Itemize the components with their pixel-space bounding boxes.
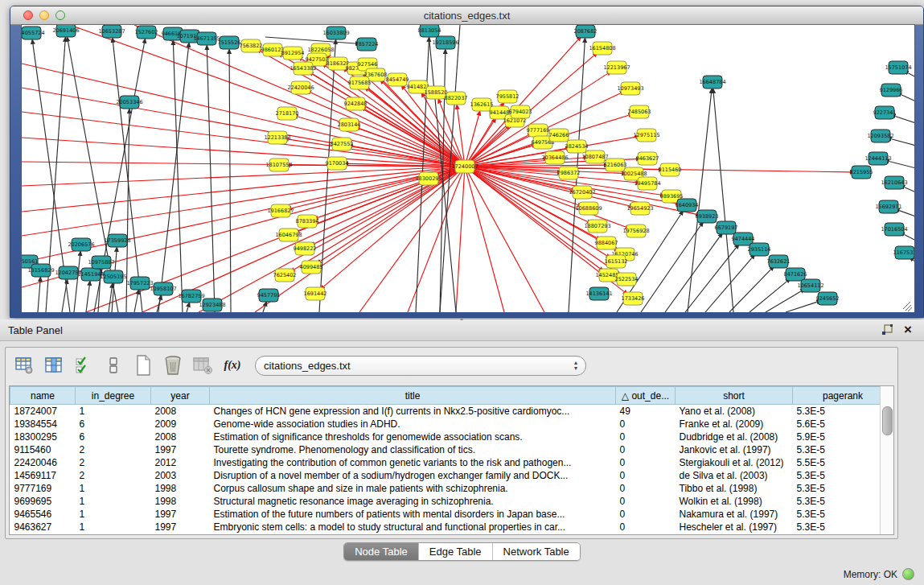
graph-node[interactable]: 16543382 (290, 62, 316, 75)
graph-node[interactable]: 1167533 (893, 246, 914, 259)
graph-node[interactable]: 1640934 (676, 199, 699, 212)
graph-node[interactable]: 9498222 (294, 242, 317, 255)
stacked-rows-button[interactable] (103, 355, 124, 376)
graph-edge[interactable] (905, 187, 914, 192)
graph-node[interactable]: 9463627 (636, 152, 659, 165)
graph-edge[interactable] (465, 167, 626, 227)
graph-edge[interactable] (134, 295, 138, 312)
graph-node[interactable]: 14671355 (193, 32, 220, 45)
close-window-button[interactable] (23, 10, 33, 20)
graph-node[interactable]: 15692971 (875, 200, 901, 213)
graph-node[interactable]: 7563822 (240, 39, 263, 52)
select-rows-button[interactable] (73, 355, 94, 376)
graph-edge[interactable] (465, 167, 504, 312)
graph-node[interactable]: 15751074 (885, 61, 911, 74)
graph-node[interactable]: 7986372 (557, 167, 581, 179)
graph-node[interactable]: 3824534 (565, 140, 589, 153)
graph-node[interactable]: 12093582 (867, 130, 893, 142)
graph-node[interactable]: 7625402 (273, 269, 297, 282)
graph-node[interactable]: 12444113 (864, 152, 891, 165)
table-row[interactable]: 1872400712008Changes of HCN gene express… (10, 405, 893, 418)
graph-edge[interactable] (908, 73, 914, 77)
graph-node[interactable]: 9175685 (348, 76, 372, 89)
graph-node[interactable]: 9777169 (527, 124, 550, 137)
graph-node[interactable]: 10654112 (797, 279, 823, 292)
graph-edge[interactable] (74, 256, 80, 312)
graph-edge[interactable] (904, 234, 914, 241)
graph-node[interactable]: 16782759 (178, 290, 204, 303)
graph-edge[interactable] (22, 167, 465, 212)
graph-node[interactable]: 22420046 (287, 81, 314, 94)
table-row[interactable]: 946554611997Estimation of the future num… (10, 508, 893, 521)
graph-node[interactable]: 12213383 (264, 131, 290, 144)
graph-edge[interactable] (705, 258, 752, 312)
graph-node[interactable]: 19654923 (626, 202, 653, 215)
title-bar[interactable]: citations_edges.txt (10, 6, 923, 25)
graph-edge[interactable] (289, 139, 465, 167)
graph-edge[interactable] (729, 270, 770, 312)
graph-edge[interactable] (914, 260, 914, 262)
graph-node[interactable]: 16648784 (699, 76, 725, 89)
graph-edge[interactable] (199, 167, 465, 312)
column-header-pagerank[interactable]: pagerank (793, 387, 893, 405)
graph-node[interactable]: 19218596 (432, 36, 458, 49)
graph-node[interactable]: 16033809 (322, 27, 349, 39)
graph-node[interactable]: 12505195 (100, 270, 126, 283)
graph-node[interactable]: 19495784 (634, 177, 660, 190)
graph-node[interactable]: 8822037 (445, 92, 468, 105)
graph-node[interactable]: 7857224 (355, 38, 379, 51)
graph-edge[interactable] (207, 50, 215, 312)
graph-node[interactable]: 10653287 (98, 25, 125, 38)
graph-node[interactable]: 9245652 (816, 292, 840, 305)
graph-node[interactable]: 16046798 (275, 229, 302, 241)
graph-node[interactable]: 12213967 (603, 61, 630, 74)
graph-node[interactable]: 19166827 (267, 204, 294, 217)
graph-node[interactable]: 9170034 (326, 157, 349, 170)
graph-node[interactable]: 9457791 (257, 289, 281, 302)
graph-node[interactable]: 1733426 (622, 292, 645, 305)
graph-node[interactable]: 1615132 (605, 255, 628, 268)
close-panel-button[interactable]: × (900, 323, 916, 337)
graph-edge[interactable] (892, 139, 914, 146)
graph-node[interactable]: 8938923 (696, 210, 719, 223)
graph-node[interactable]: 10688609 (575, 202, 602, 215)
zoom-window-button[interactable] (55, 10, 65, 20)
graph-node[interactable]: 1527602 (135, 26, 158, 39)
graph-node[interactable]: 12975115 (633, 129, 659, 142)
table-row[interactable]: 2242004622012Investigating the contribut… (10, 456, 893, 469)
table-row[interactable]: 1456911722003Disruption of a novel membe… (10, 469, 893, 482)
table-options-button[interactable] (14, 355, 35, 376)
graph-edge[interactable] (319, 44, 335, 312)
graph-edge[interactable] (22, 112, 465, 167)
table-row[interactable]: 977716911998Corpus callosum shape and si… (10, 482, 893, 495)
graph-node[interactable]: 14136141 (585, 287, 612, 300)
graph-node[interactable]: 19756928 (622, 225, 649, 237)
table-row[interactable]: 911546021997Tourette syndrome. Phenomeno… (10, 443, 893, 456)
graph-node[interactable]: 18107554 (265, 159, 292, 171)
graph-node[interactable]: 10975887 (88, 256, 114, 269)
graph-edge[interactable] (187, 307, 188, 312)
new-document-button[interactable] (133, 355, 154, 376)
graph-node[interactable]: 7955812 (496, 90, 519, 103)
graph-node[interactable]: 7632621 (767, 255, 791, 268)
graph-node[interactable]: 6216063 (604, 159, 627, 171)
column-header-name[interactable]: name (10, 387, 76, 405)
graph-node[interactable]: 16210643 (881, 176, 907, 189)
graph-node[interactable]: 10973493 (617, 82, 643, 95)
graph-edge[interactable] (62, 284, 67, 312)
graph-edge[interactable] (641, 226, 700, 312)
graph-node[interactable]: 8783394 (296, 215, 319, 228)
column-header-title[interactable]: title (210, 387, 616, 405)
graph-node[interactable]: 9884067 (595, 237, 618, 249)
graph-edge[interactable] (685, 248, 736, 312)
graph-node[interactable]: 746266 (549, 129, 569, 142)
graph-node[interactable]: 8427552 (331, 138, 354, 150)
graph-edge[interactable] (86, 286, 89, 312)
graph-edge[interactable] (134, 25, 465, 167)
graph-edge[interactable] (895, 116, 914, 123)
graph-node[interactable]: 9227341 (873, 106, 897, 119)
resize-grip[interactable] (903, 302, 910, 309)
float-panel-button[interactable] (879, 323, 895, 337)
table-row[interactable]: 1830029562008Estimation of significance … (10, 431, 893, 443)
graph-edge[interactable] (456, 167, 465, 312)
